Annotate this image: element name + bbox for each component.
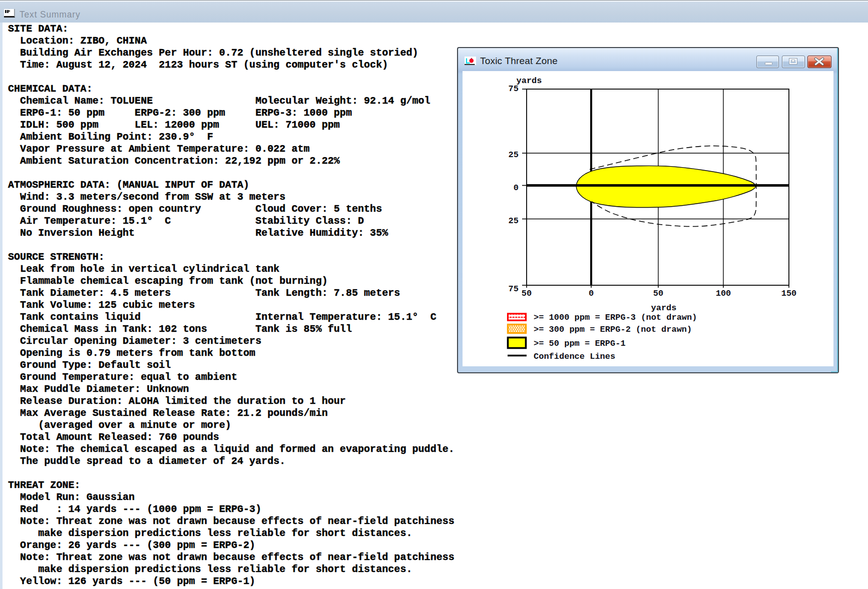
- svg-text:0: 0: [514, 183, 519, 193]
- svg-text:>= 1000 ppm = ERPG-3 (not draw: >= 1000 ppm = ERPG-3 (not drawn): [534, 313, 697, 322]
- svg-text:0: 0: [589, 289, 594, 298]
- svg-text:75: 75: [509, 284, 519, 294]
- svg-text:50: 50: [653, 289, 663, 298]
- svg-text:75: 75: [509, 84, 519, 94]
- svg-text:150: 150: [781, 289, 797, 298]
- svg-text:>= 300 ppm = ERPG-2 (not drawn: >= 300 ppm = ERPG-2 (not drawn): [534, 325, 692, 334]
- svg-text:>= 50 ppm = ERPG-1: >= 50 ppm = ERPG-1: [534, 339, 626, 348]
- svg-text:100: 100: [716, 289, 731, 298]
- svg-text:yards: yards: [516, 76, 542, 86]
- svg-text:25: 25: [509, 150, 519, 160]
- svg-text:yards: yards: [651, 303, 676, 313]
- svg-text:Confidence Lines: Confidence Lines: [534, 352, 615, 361]
- svg-text:50: 50: [522, 289, 532, 298]
- svg-text:25: 25: [509, 216, 519, 226]
